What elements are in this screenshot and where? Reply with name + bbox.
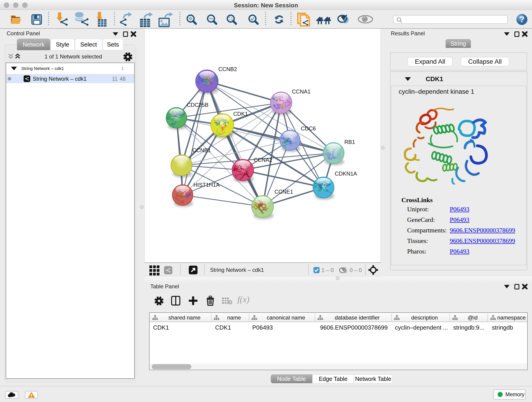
svg-text:CDC6: CDC6 — [301, 125, 316, 132]
svg-text:CDKN1A: CDKN1A — [335, 171, 357, 177]
svg-text:?: ? — [519, 15, 525, 24]
svg-text:CCNA2: CCNA2 — [254, 157, 272, 163]
svg-text:HIST1H1A: HIST1H1A — [193, 182, 220, 188]
svg-text:CCNB1: CCNB1 — [192, 147, 211, 153]
svg-text:CDK1: CDK1 — [233, 111, 248, 117]
svg-text:CCNA1: CCNA1 — [292, 89, 310, 95]
svg-text:CCNE1: CCNE1 — [274, 189, 293, 195]
svg-text:CDC25B: CDC25B — [187, 102, 209, 108]
svg-text:CCNB2: CCNB2 — [218, 66, 237, 72]
svg-text:RB1: RB1 — [344, 139, 355, 145]
